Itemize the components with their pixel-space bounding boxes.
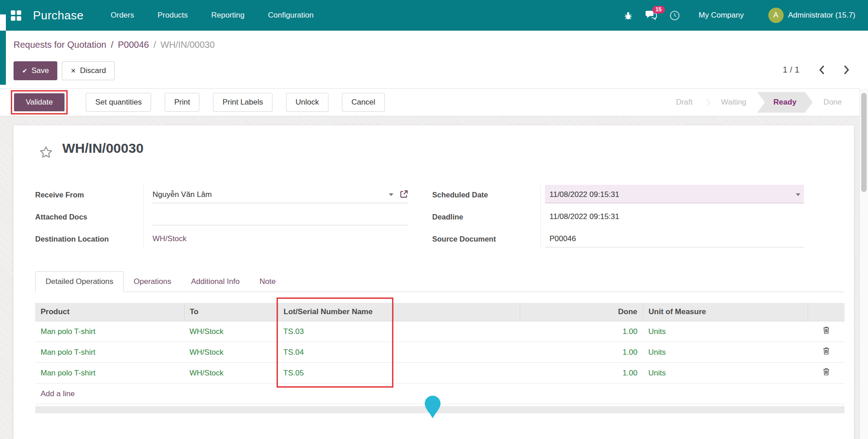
pager-next-icon[interactable]: [844, 65, 850, 75]
attached-docs-field[interactable]: [152, 207, 408, 225]
column-header-empty: [393, 303, 520, 321]
cell-to[interactable]: WH/Stock: [184, 321, 278, 342]
chevron-right-icon: [703, 99, 711, 106]
cell-product[interactable]: Man polo T-shirt: [35, 321, 184, 342]
apps-grid-icon[interactable]: [11, 10, 21, 21]
delete-row-button[interactable]: [808, 342, 845, 363]
column-header-lot-serial: Lot/Serial Number Name: [278, 303, 393, 321]
validate-button[interactable]: Validate: [14, 93, 65, 111]
column-header-to: To: [184, 303, 278, 321]
cell-done[interactable]: 1.00: [520, 363, 643, 384]
trash-icon: [823, 326, 830, 334]
status-stage-done[interactable]: Done: [813, 92, 853, 113]
tab-note[interactable]: Note: [249, 272, 286, 292]
cell-product[interactable]: Man polo T-shirt: [35, 342, 184, 363]
edge-strip: [0, 31, 6, 85]
delete-row-button[interactable]: [808, 321, 845, 342]
breadcrumb-separator: /: [153, 40, 156, 50]
pager: 1 / 1: [783, 65, 850, 75]
dropdown-caret-icon[interactable]: [796, 193, 800, 196]
cell-lot[interactable]: TS.03: [278, 321, 393, 342]
column-header-actions: [808, 303, 845, 321]
receive-from-value[interactable]: Nguyễn Văn Lâm: [152, 190, 389, 199]
field-group-right: Scheduled Date 11/08/2022 09:15:31 Deadl…: [432, 185, 804, 251]
cell-empty[interactable]: [393, 363, 520, 384]
pager-previous-icon[interactable]: [818, 65, 825, 75]
print-labels-button[interactable]: Print Labels: [213, 93, 272, 112]
delete-row-button[interactable]: [808, 363, 845, 384]
field-label-deadline: Deadline: [432, 207, 540, 229]
notebook-tabs: Detailed Operations Operations Additiona…: [35, 270, 845, 292]
unlock-button[interactable]: Unlock: [286, 93, 328, 112]
breadcrumb-link-rfq[interactable]: Requests for Quotation: [14, 40, 106, 50]
tab-detailed-operations[interactable]: Detailed Operations: [35, 271, 124, 292]
cell-uom[interactable]: Units: [643, 363, 808, 384]
tab-additional-info[interactable]: Additional Info: [181, 272, 249, 292]
field-row: Receive From Nguyễn Văn Lâm: [35, 185, 408, 207]
field-row: Deadline 11/08/2022 09:15:31: [432, 207, 804, 229]
cell-empty[interactable]: [393, 321, 520, 342]
cell-empty[interactable]: [393, 342, 520, 363]
activity-clock-icon[interactable]: [669, 10, 680, 21]
edge-notch: [0, 14, 6, 31]
record-actions: ✔ Save ✕ Discard: [14, 61, 115, 80]
destination-location-value[interactable]: WH/Stock: [152, 234, 187, 243]
scrollbar-thumb[interactable]: [861, 93, 867, 192]
status-stage-draft[interactable]: Draft: [665, 92, 703, 113]
cell-lot[interactable]: TS.05: [278, 363, 393, 384]
cell-product[interactable]: Man polo T-shirt: [35, 363, 184, 384]
control-panel: Requests for Quotation/P00046/WH/IN/0003…: [0, 31, 868, 116]
external-link-icon[interactable]: [400, 190, 408, 198]
add-a-line-link[interactable]: Add a line: [41, 389, 75, 398]
form-sheet: WH/IN/00030 Receive From Nguyễn Văn Lâm: [14, 125, 854, 439]
status-stage-ready[interactable]: Ready: [757, 92, 813, 113]
discard-button[interactable]: ✕ Discard: [62, 61, 114, 80]
nav-menu-orders[interactable]: Orders: [111, 11, 134, 20]
set-quantities-button[interactable]: Set quantities: [86, 93, 151, 112]
nav-menu-products[interactable]: Products: [157, 11, 188, 20]
statusbar-buttons-row: Validate Set quantities Print Print Labe…: [0, 89, 868, 116]
save-button[interactable]: ✔ Save: [14, 61, 57, 80]
print-button[interactable]: Print: [165, 93, 199, 112]
cell-to[interactable]: WH/Stock: [184, 342, 278, 363]
app-name[interactable]: Purchase: [33, 9, 83, 23]
bug-icon[interactable]: [623, 11, 633, 20]
cancel-button[interactable]: Cancel: [342, 93, 385, 112]
messages-count-badge: 15: [652, 6, 665, 14]
user-menu[interactable]: A Administrator (15.7): [768, 8, 855, 23]
status-stage-waiting[interactable]: Waiting: [710, 92, 757, 113]
nav-menu-configuration[interactable]: Configuration: [268, 11, 314, 20]
destination-location-field[interactable]: WH/Stock: [152, 229, 408, 247]
field-label-attached-docs: Attached Docs: [35, 207, 143, 229]
tab-operations[interactable]: Operations: [124, 272, 181, 292]
receive-from-field[interactable]: Nguyễn Văn Lâm: [152, 185, 408, 203]
source-document-field[interactable]: P00046: [545, 229, 804, 247]
odoo-app-window: Purchase Orders Products Reporting Confi…: [0, 0, 868, 439]
pager-value: 1 / 1: [783, 65, 799, 75]
breadcrumb-separator: /: [111, 40, 114, 50]
cell-lot[interactable]: TS.04: [278, 342, 393, 363]
top-navbar: Purchase Orders Products Reporting Confi…: [0, 0, 868, 31]
cell-done[interactable]: 1.00: [520, 321, 643, 342]
breadcrumb-link-po[interactable]: P00046: [118, 40, 149, 50]
favorite-star-icon[interactable]: [39, 145, 53, 160]
nav-menu-reporting[interactable]: Reporting: [211, 11, 245, 20]
cell-done[interactable]: 1.00: [520, 342, 643, 363]
cell-to[interactable]: WH/Stock: [184, 363, 278, 384]
company-switcher[interactable]: My Company: [699, 11, 744, 20]
table-row: Man polo T-shirt WH/Stock TS.05 1.00 Uni…: [35, 363, 845, 384]
dropdown-caret-icon[interactable]: [389, 193, 393, 196]
column-header-uom: Unit of Measure: [643, 303, 808, 321]
messages-icon[interactable]: 15: [646, 10, 657, 20]
cell-uom[interactable]: Units: [643, 321, 808, 342]
record-title: WH/IN/00030: [62, 139, 143, 158]
deadline-value: 11/08/2022 09:15:31: [549, 212, 804, 221]
table-footer-strip: [35, 406, 845, 413]
scheduled-date-value[interactable]: 11/08/2022 09:15:31: [549, 190, 796, 199]
cell-uom[interactable]: Units: [643, 342, 808, 363]
user-avatar: A: [768, 8, 784, 23]
column-header-done: Done: [520, 303, 643, 321]
scheduled-date-field[interactable]: 11/08/2022 09:15:31: [545, 185, 804, 203]
source-document-value[interactable]: P00046: [549, 234, 804, 243]
cross-icon: ✕: [70, 67, 76, 74]
